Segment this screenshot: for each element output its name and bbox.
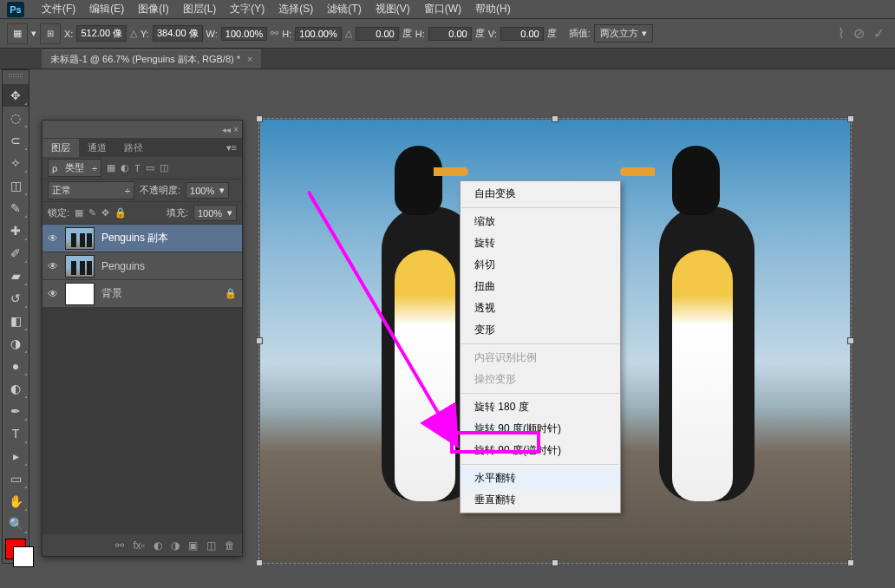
- delta-icon[interactable]: △: [130, 28, 137, 39]
- blend-mode-dropdown[interactable]: 正常÷: [48, 181, 134, 199]
- visibility-icon[interactable]: 👁: [48, 232, 58, 245]
- lasso-tool[interactable]: ⊂: [3, 129, 29, 152]
- menu-图像(I)[interactable]: 图像(I): [131, 3, 175, 15]
- lock-label: 锁定:: [48, 206, 69, 219]
- history-brush-tool[interactable]: ↺: [3, 287, 29, 310]
- ctx-变形[interactable]: 变形: [461, 319, 620, 341]
- h-input[interactable]: 100.00%: [295, 27, 341, 41]
- x-input[interactable]: 512.00 像: [76, 25, 127, 42]
- ctx-旋转[interactable]: 旋转: [461, 232, 620, 254]
- gradient-tool[interactable]: ◑: [3, 332, 29, 355]
- clone-stamp-tool[interactable]: ▰: [3, 265, 29, 287]
- ctx-自由变换[interactable]: 自由变换: [461, 183, 620, 205]
- path-selection-tool[interactable]: ▸: [3, 445, 29, 467]
- type-tool[interactable]: T: [3, 422, 29, 445]
- ctx-扭曲[interactable]: 扭曲: [461, 276, 620, 297]
- layer-row[interactable]: 👁Penguins 副本: [42, 225, 242, 252]
- marquee-tool[interactable]: ◌: [3, 107, 29, 129]
- menu-窗口(W)[interactable]: 窗口(W): [417, 3, 468, 15]
- ctx-透视[interactable]: 透视: [461, 297, 620, 319]
- lock-pixels-icon[interactable]: ✎: [88, 207, 96, 219]
- tab-paths[interactable]: 路径: [115, 139, 152, 157]
- interpolation-dropdown[interactable]: 两次立方▾: [594, 24, 653, 42]
- foreground-background-color[interactable]: [5, 539, 26, 559]
- layer-group-icon[interactable]: ▣: [188, 539, 198, 552]
- move-tool[interactable]: ✥: [3, 84, 29, 107]
- ctx-操控变形: 操控变形: [461, 369, 620, 390]
- filter-type-icon[interactable]: T: [134, 163, 140, 173]
- pen-tool[interactable]: ✒: [3, 400, 29, 422]
- commit-transform-icon[interactable]: ✓: [873, 25, 885, 42]
- blur-tool[interactable]: ●: [3, 355, 29, 377]
- filter-pixel-icon[interactable]: ▦: [107, 162, 115, 173]
- angle-input[interactable]: 0.00: [356, 27, 399, 41]
- tab-channels[interactable]: 通道: [79, 139, 115, 157]
- skew-v-input[interactable]: 0.00: [500, 27, 544, 41]
- document-title: 未标题-1 @ 66.7% (Penguins 副本, RGB/8) *: [50, 53, 240, 66]
- ctx-旋转 90 度(逆时针)[interactable]: 旋转 90 度(逆时针): [461, 440, 620, 461]
- layer-row[interactable]: 👁背景🔒: [42, 280, 242, 308]
- w-input[interactable]: 100.00%: [221, 27, 267, 41]
- brush-tool[interactable]: ✐: [3, 242, 29, 265]
- close-tab-icon[interactable]: ×: [247, 54, 252, 64]
- filter-shape-icon[interactable]: ▭: [146, 162, 154, 173]
- transform-tool-icon[interactable]: ▦: [7, 23, 28, 44]
- ctx-缩放[interactable]: 缩放: [461, 211, 620, 232]
- panel-collapse-icon[interactable]: ◂◂ ×: [222, 125, 242, 134]
- tab-layers[interactable]: 图层: [42, 139, 79, 157]
- ctx-垂直翻转[interactable]: 垂直翻转: [461, 489, 620, 511]
- layer-thumbnail[interactable]: [65, 227, 95, 250]
- link-layers-icon[interactable]: ⚯: [115, 539, 124, 552]
- ctx-水平翻转[interactable]: 水平翻转: [461, 467, 620, 489]
- menu-帮助(H)[interactable]: 帮助(H): [468, 3, 518, 15]
- layer-fx-icon[interactable]: fx▫: [133, 539, 145, 552]
- visibility-icon[interactable]: 👁: [48, 260, 58, 272]
- layer-row[interactable]: 👁Penguins: [42, 252, 242, 280]
- lock-transparency-icon[interactable]: ▦: [75, 207, 83, 219]
- menu-文字(Y)[interactable]: 文字(Y): [223, 3, 271, 15]
- filter-smart-icon[interactable]: ◫: [160, 162, 168, 173]
- zoom-tool[interactable]: 🔍: [3, 513, 29, 535]
- cancel-transform-icon[interactable]: ⊘: [853, 25, 865, 42]
- eyedropper-tool[interactable]: ✎: [3, 197, 29, 219]
- reference-point-icon[interactable]: ⊞: [40, 23, 61, 44]
- panel-tabs: 图层 通道 路径 ▾≡: [42, 138, 242, 157]
- skew-h-input[interactable]: 0.00: [428, 27, 472, 41]
- link-icon[interactable]: ⚯: [271, 28, 278, 39]
- opacity-input[interactable]: 100%▾: [186, 182, 229, 199]
- magic-wand-tool[interactable]: ✧: [3, 152, 29, 174]
- panel-menu-icon[interactable]: ▾≡: [226, 142, 242, 154]
- adjustment-layer-icon[interactable]: ◑: [171, 539, 180, 552]
- ctx-斜切[interactable]: 斜切: [461, 254, 620, 276]
- layer-thumbnail[interactable]: [65, 255, 95, 278]
- menu-编辑(E)[interactable]: 编辑(E): [82, 3, 131, 15]
- y-input[interactable]: 384.00 像: [153, 25, 203, 42]
- menu-选择(S)[interactable]: 选择(S): [271, 3, 320, 15]
- warp-mode-icon[interactable]: ⌇: [838, 25, 845, 42]
- menu-文件(F)[interactable]: 文件(F): [35, 3, 82, 15]
- menu-separator: [461, 343, 619, 344]
- menu-滤镜(T)[interactable]: 滤镜(T): [320, 3, 368, 15]
- menu-图层(L)[interactable]: 图层(L): [176, 3, 224, 15]
- rectangle-tool[interactable]: ▭: [3, 467, 29, 490]
- hand-tool[interactable]: ✋: [3, 490, 29, 513]
- filter-adjustment-icon[interactable]: ◐: [121, 162, 129, 173]
- fill-input[interactable]: 100%▾: [193, 205, 237, 221]
- dodge-tool[interactable]: ◐: [3, 377, 29, 400]
- lock-all-icon[interactable]: 🔒: [114, 207, 127, 219]
- eraser-tool[interactable]: ◧: [3, 310, 29, 332]
- visibility-icon[interactable]: 👁: [48, 288, 58, 300]
- layer-thumbnail[interactable]: [65, 283, 95, 305]
- layer-name: Penguins: [101, 260, 145, 272]
- crop-tool[interactable]: ◫: [3, 174, 29, 197]
- menu-视图(V)[interactable]: 视图(V): [369, 3, 417, 15]
- ctx-旋转 90 度(顺时针)[interactable]: 旋转 90 度(顺时针): [461, 418, 620, 440]
- document-tab[interactable]: 未标题-1 @ 66.7% (Penguins 副本, RGB/8) * ×: [42, 49, 261, 69]
- layer-mask-icon[interactable]: ◐: [154, 539, 162, 552]
- lock-position-icon[interactable]: ✥: [101, 207, 109, 219]
- layer-kind-filter[interactable]: ρ 类型 ÷: [48, 159, 101, 177]
- ctx-旋转 180 度[interactable]: 旋转 180 度: [461, 396, 620, 418]
- delete-layer-icon[interactable]: 🗑: [225, 539, 235, 552]
- healing-brush-tool[interactable]: ✚: [3, 219, 29, 242]
- new-layer-icon[interactable]: ◫: [206, 539, 216, 552]
